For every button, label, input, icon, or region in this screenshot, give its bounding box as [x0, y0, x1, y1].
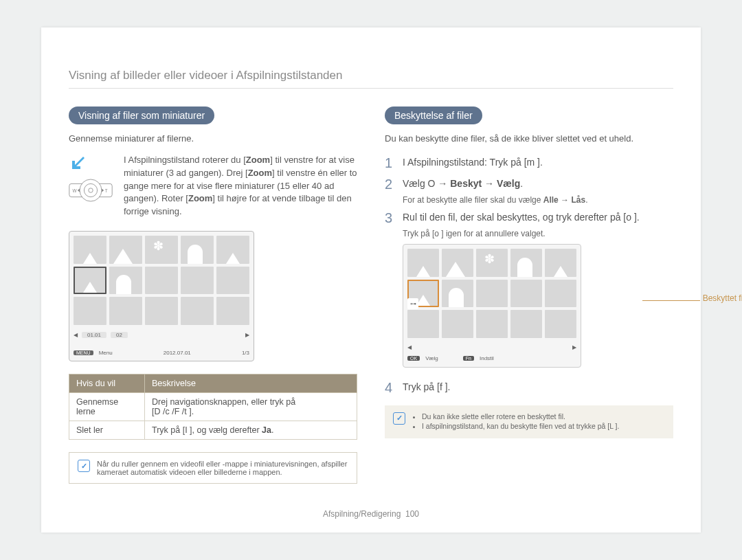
step-number: 4 — [385, 380, 394, 396]
t: → — [559, 195, 572, 205]
thumb-cell — [181, 297, 214, 325]
thumbnail-screen: ◀ 01.01 02 ▶ MENU Menu 2012.07.01 1/3 — [69, 231, 254, 361]
bottom-bar: OK Vælg Fn Indstil — [403, 353, 581, 364]
thumb-cell — [510, 249, 542, 277]
info-icon: ✓ — [78, 460, 90, 472]
steps-list: 3 Rul til den fil, der skal beskyttes, o… — [385, 210, 673, 226]
footer-section: Afspilning/Redigering — [323, 509, 401, 519]
thumb-cell-selected — [74, 267, 106, 295]
thumb-cell — [74, 297, 106, 325]
menu-label: Menu — [99, 350, 113, 356]
cell: Tryk på [I ], og vælg derefter Ja. — [145, 421, 357, 440]
t: I Afspilningstilstand roterer du [ — [124, 155, 246, 165]
action-table: Hvis du vil Beskrivelse Gennemse lerne D… — [69, 374, 357, 440]
thumbnail-grid — [74, 236, 249, 325]
zoom-dial-icon: W T — [69, 173, 113, 208]
fn-icon: Fn — [463, 356, 474, 361]
note-text: Når du ruller gennem en videofil eller -… — [97, 460, 348, 476]
zoom-dial-wrap: W T — [69, 154, 113, 208]
chevron-left-icon: ◀ — [407, 344, 412, 350]
thumb-cell — [510, 310, 542, 338]
thumb-cell — [109, 297, 142, 325]
section-pill-protect: Beskyttelse af filer — [385, 107, 482, 124]
t: Drej navigationsknappen, eller tryk på — [152, 397, 295, 407]
zoom-description: I Afspilningstilstand roterer du [Zoom] … — [124, 154, 357, 219]
step-number: 1 — [385, 155, 394, 171]
substep-2: For at beskytte alle filer skal du vælge… — [403, 195, 673, 205]
svg-text:T: T — [105, 188, 108, 193]
cell: Gennemse lerne — [69, 393, 145, 421]
protected-grid — [407, 249, 576, 338]
thumb-cell — [109, 267, 142, 295]
thumb-cell — [145, 267, 178, 295]
right-column: Beskyttelse af filer Du kan beskytte din… — [385, 107, 673, 484]
table-header: Hvis du vil — [69, 374, 145, 393]
zoom-bold: Zoom — [246, 155, 270, 165]
cell: Slet ler — [69, 421, 145, 440]
substep-3: Tryk på [o ] igen for at annullere valge… — [403, 229, 673, 238]
zoom-bold: Zoom — [188, 193, 212, 203]
t: Vælg O → — [403, 178, 450, 189]
t: Beskyt — [450, 178, 482, 189]
thumb-cell — [145, 297, 178, 325]
thumb-cell — [407, 249, 439, 277]
t: → — [482, 178, 497, 189]
t: . — [585, 195, 587, 205]
thumb-cell — [145, 236, 178, 264]
thumb-cell — [442, 310, 473, 338]
note-box: ✓ Du kan ikke slette eller rotere en bes… — [385, 405, 673, 438]
thumb-cell — [476, 280, 508, 308]
zoom-bold: Zoom — [248, 168, 272, 178]
step-text: Vælg O → Beskyt → Vælg. — [403, 177, 523, 190]
date: 2012.07.01 — [118, 350, 236, 356]
menu-icon: MENU — [74, 350, 93, 355]
thumb-cell — [407, 310, 439, 338]
info-icon: ✓ — [393, 412, 405, 425]
two-columns: Visning af filer som miniaturer Gennemse… — [69, 107, 673, 484]
t: [D /c /F /t ]. — [152, 407, 194, 416]
note-item: Du kan ikke slette eller rotere en besky… — [422, 412, 619, 421]
tab: 02 — [111, 332, 128, 338]
step-number: 3 — [385, 210, 394, 226]
tab: 01.01 — [82, 332, 106, 338]
t: Alle — [543, 195, 559, 205]
zoom-block: W T I Afspilningstilstand roterer du [Zo… — [69, 154, 357, 219]
thumb-cell — [109, 236, 142, 264]
t: Vælg — [497, 178, 520, 189]
thumb-cell — [216, 236, 249, 264]
chevron-right-icon: ▶ — [572, 344, 576, 350]
folder-tabs: ◀ 01.01 02 ▶ — [69, 329, 254, 340]
callout-protected-file: Beskyttet fil — [703, 293, 742, 303]
thumb-cell — [216, 267, 249, 295]
ok-label: Vælg — [425, 355, 438, 361]
step-4: 4 Tryk på [f ]. — [385, 380, 673, 396]
svg-text:W: W — [73, 188, 78, 193]
thumb-cell — [545, 310, 576, 338]
chevron-left-icon: ◀ — [74, 332, 78, 338]
table-header: Beskrivelse — [145, 374, 357, 393]
table-row: Gennemse lerne Drej navigationsknappen, … — [69, 393, 357, 421]
footer-page: 100 — [405, 509, 419, 519]
bottom-bar: MENU Menu 2012.07.01 1/3 — [69, 347, 254, 358]
thumb-cell — [476, 310, 508, 338]
arrow-down-left-icon — [69, 154, 87, 170]
step-text: Rul til den fil, der skal beskyttes, og … — [403, 210, 640, 224]
manual-page: Visning af billeder eller videoer i Afsp… — [41, 27, 701, 533]
protected-screen: ⊶ ◀ ▶ OK Vælg Fn Indstil — [403, 244, 581, 368]
page-title: Visning af billeder eller videoer i Afsp… — [69, 69, 673, 82]
t: Lås — [571, 195, 585, 205]
thumb-cell — [510, 280, 542, 308]
thumb-cell — [545, 280, 576, 308]
t: . — [520, 178, 523, 189]
page-indicator: 1/3 — [242, 350, 249, 356]
ok-icon: OK — [407, 356, 420, 361]
thumb-cell — [476, 249, 508, 277]
section-pill-thumbnails: Visning af filer som miniaturer — [69, 107, 214, 124]
t: For at beskytte alle filer skal du vælge — [403, 195, 543, 205]
page-footer: Afspilning/Redigering 100 — [41, 509, 701, 519]
thumb-cell — [216, 297, 249, 325]
left-intro: Gennemse miniaturer af filerne. — [69, 133, 357, 146]
step-2: 2 Vælg O → Beskyt → Vælg. — [385, 177, 673, 192]
table-row: Slet ler Tryk på [I ], og vælg derefter … — [69, 421, 357, 440]
note-item: I afspilningstilstand, kan du beskytte f… — [422, 422, 619, 430]
